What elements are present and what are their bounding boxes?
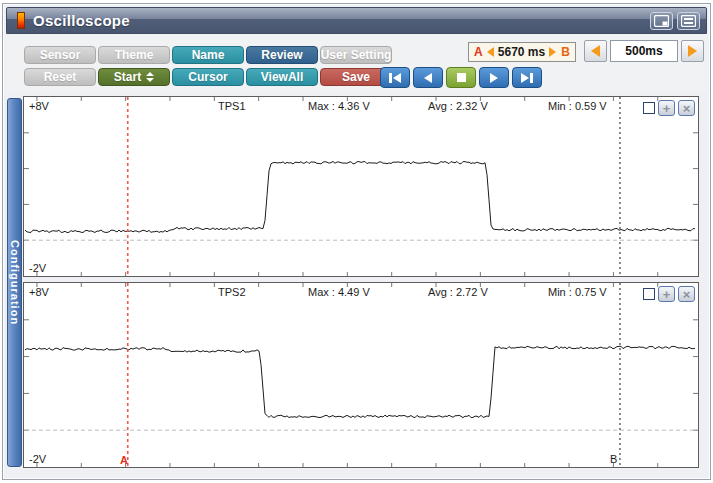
channel-visible-checkbox[interactable] <box>643 102 655 114</box>
start-button[interactable]: Start <box>98 68 170 86</box>
timebase-selector: 500ms <box>584 40 704 62</box>
stop-icon <box>457 73 466 82</box>
reset-button[interactable]: Reset <box>24 68 96 86</box>
zoom-plus-button[interactable]: + <box>658 286 675 302</box>
left-arrow-icon <box>591 45 600 57</box>
scope-panel-tps2: +8V TPS2 Max : 4.49 V Avg : 2.72 V Min :… <box>23 282 699 468</box>
cursor-a-tag: A <box>474 45 483 59</box>
viewall-button[interactable]: ViewAll <box>246 68 318 86</box>
skip-to-end-button[interactable] <box>512 67 542 88</box>
skip-to-start-button[interactable] <box>380 67 410 88</box>
content-area: Configuration +8V TPS1 Max : 4.36 V Avg … <box>6 94 707 476</box>
screen: Oscilloscope Sensor Theme Name Review Us… <box>0 0 713 483</box>
theme-button[interactable]: Theme <box>98 46 170 64</box>
titlebar-buttons <box>650 12 700 30</box>
playback-controls <box>380 67 542 88</box>
cursor-b-label[interactable]: B <box>610 453 617 465</box>
sensor-button[interactable]: Sensor <box>24 46 96 64</box>
cursor-a-label[interactable]: A <box>120 454 128 466</box>
configuration-tab[interactable]: Configuration <box>7 98 22 467</box>
timebase-decrease-button[interactable] <box>584 40 607 62</box>
start-spinner-icon[interactable] <box>146 72 154 82</box>
toolbar-row-2: Reset Start Cursor ViewAll Save <box>24 68 392 86</box>
titlebar: Oscilloscope <box>6 7 707 34</box>
skip-start-icon <box>389 73 392 83</box>
cursor-button[interactable]: Cursor <box>172 68 244 86</box>
close-panel-button[interactable]: × <box>678 100 695 116</box>
panel-controls: + × <box>643 100 695 116</box>
window-title: Oscilloscope <box>33 12 130 29</box>
oscilloscope-window: Oscilloscope Sensor Theme Name Review Us… <box>2 3 711 480</box>
timebase-increase-button[interactable] <box>681 40 704 62</box>
cursor-b-tag: B <box>561 45 570 59</box>
right-arrow-icon <box>688 45 697 57</box>
close-panel-button[interactable]: × <box>678 286 695 302</box>
play-icon <box>490 73 498 83</box>
configuration-tab-label: Configuration <box>9 240 21 325</box>
app-icon <box>17 12 25 29</box>
ab-delta-value: 5670 ms <box>498 45 546 59</box>
step-back-button[interactable] <box>413 67 443 88</box>
toolbar-row-1: Sensor Theme Name Review User Setting <box>24 46 392 64</box>
panel-controls: + × <box>643 286 695 302</box>
b-right-arrow-icon[interactable] <box>549 47 556 57</box>
toolbar: Sensor Theme Name Review User Setting Re… <box>6 34 707 92</box>
scope-panel-tps1: +8V TPS1 Max : 4.36 V Avg : 2.32 V Min :… <box>23 96 699 277</box>
timebase-value[interactable]: 500ms <box>610 40 678 62</box>
name-button[interactable]: Name <box>172 46 244 64</box>
play-button[interactable] <box>479 67 509 88</box>
waveform-plot-tps2[interactable] <box>24 283 698 467</box>
user-setting-button[interactable]: User Setting <box>320 46 392 64</box>
review-button[interactable]: Review <box>246 46 318 64</box>
back-icon <box>424 73 432 83</box>
zoom-plus-button[interactable]: + <box>658 100 675 116</box>
channel-visible-checkbox[interactable] <box>643 288 655 300</box>
waveform-plot-tps1[interactable] <box>24 97 698 276</box>
window-mode-icon[interactable] <box>650 12 673 30</box>
layout-list-icon[interactable] <box>677 12 700 30</box>
scope-panels: +8V TPS1 Max : 4.36 V Avg : 2.32 V Min :… <box>23 96 699 468</box>
a-left-arrow-icon[interactable] <box>487 47 494 57</box>
skip-end-icon <box>521 73 529 83</box>
stop-button[interactable] <box>446 67 476 88</box>
ab-time-readout: A 5670 ms B <box>468 42 576 62</box>
